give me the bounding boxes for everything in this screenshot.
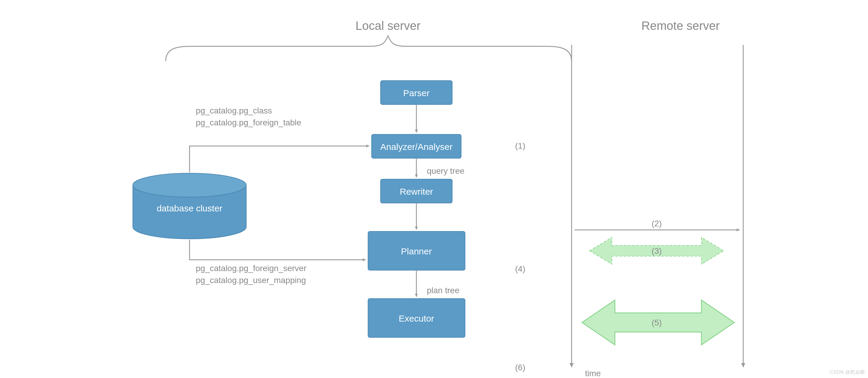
catalog-planner-1: pg_catalog.pg_foreign_server [196,264,306,273]
svg-point-4 [133,173,246,197]
label-plan-tree: plan tree [427,286,459,295]
double-arrow-step-5: (5) [582,300,734,345]
catalog-analyzer-1: pg_catalog.pg_class [196,106,272,115]
catalog-analyzer-2: pg_catalog.pg_foreign_table [196,118,301,127]
step-1: (1) [515,141,525,150]
box-executor-label: Executor [399,314,434,323]
step-2: (2) [652,219,662,228]
step-6: (6) [515,363,525,372]
heading-local: Local server [355,19,421,32]
heading-remote: Remote server [642,19,720,32]
step-5: (5) [652,318,662,327]
watermark: CSDN @肥叔菌 [830,369,865,376]
brace-local [166,36,571,61]
double-arrow-step-3: (3) [590,237,724,264]
box-analyzer-label: Analyzer/Analyser [380,142,453,152]
cylinder-database: database cluster [133,173,246,239]
catalog-planner-2: pg_catalog.pg_user_mapping [196,275,306,285]
axis-time-label: time [585,369,601,378]
diagram-canvas: Local server Remote server time Parser A… [0,0,868,378]
arrow-db-analyzer [190,146,369,172]
arrow-db-planner [190,240,366,260]
cylinder-label: database cluster [157,203,222,213]
box-planner-label: Planner [401,246,432,256]
label-query-tree: query tree [427,166,464,176]
box-parser-label: Parser [403,88,430,98]
step-4: (4) [515,264,525,273]
step-3: (3) [652,246,662,256]
box-rewriter-label: Rewriter [400,186,433,197]
